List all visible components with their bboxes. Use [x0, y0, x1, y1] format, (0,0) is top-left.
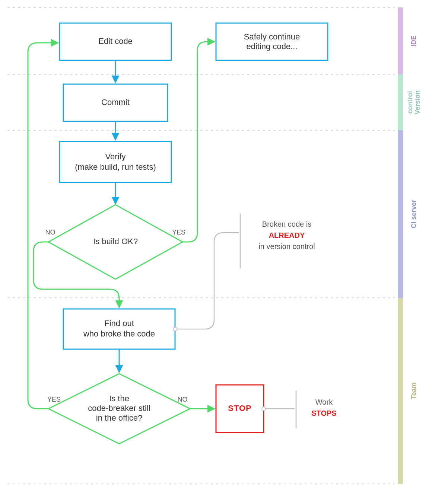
- note-broken-l2: ALREADY: [269, 231, 305, 239]
- node-safely-continue: Safely continue editing code...: [216, 23, 328, 60]
- lane-label-ci: CI server: [410, 200, 417, 228]
- decision-in-office-l3: in the office?: [96, 413, 142, 422]
- node-verify-l2: (make build, run tests): [75, 162, 156, 172]
- label-office-yes: YES: [47, 396, 61, 403]
- svg-rect-5: [398, 7, 403, 74]
- svg-point-15: [173, 327, 177, 331]
- annotation-connector-broken: [175, 233, 238, 329]
- label-office-no: NO: [178, 396, 188, 403]
- node-safely-continue-l1: Safely continue: [244, 32, 300, 41]
- node-edit-code: Edit code: [60, 23, 171, 60]
- node-edit-code-label: Edit code: [98, 36, 133, 46]
- note-work-l1: Work: [315, 398, 333, 406]
- decision-build-ok-label: Is build OK?: [93, 237, 138, 246]
- note-broken-code: Broken code is ALREADY in version contro…: [258, 220, 315, 251]
- decision-in-office-l1: Is the: [109, 394, 129, 403]
- node-stop-label: STOP: [228, 403, 252, 413]
- node-find-breaker-l2: who broke the code: [83, 329, 155, 338]
- svg-rect-7: [398, 130, 403, 298]
- note-work-stops: Work STOPS: [311, 398, 336, 417]
- lane-bar-ci: CI server: [398, 130, 417, 298]
- svg-rect-6: [398, 74, 403, 130]
- node-find-breaker: Find out who broke the code: [63, 309, 177, 349]
- lane-bar-vcs: Version control: [398, 74, 421, 130]
- svg-rect-8: [398, 298, 403, 484]
- lane-label-vcs-2: control: [406, 91, 414, 114]
- decision-build-ok: Is build OK?: [48, 205, 182, 279]
- node-commit: Commit: [63, 84, 168, 121]
- node-find-breaker-l1: Find out: [104, 319, 134, 328]
- label-buildok-no: NO: [45, 229, 55, 236]
- arrow-office-yes: [28, 43, 58, 409]
- lane-label-ide: IDE: [410, 35, 417, 47]
- node-verify: Verify (make build, run tests): [60, 141, 171, 182]
- node-safely-continue-l2: editing code...: [247, 42, 298, 51]
- label-buildok-yes: YES: [172, 229, 185, 236]
- decision-in-office: Is the code-breaker still in the office?: [48, 374, 190, 444]
- lane-label-vcs-1: Version: [414, 90, 421, 114]
- note-work-l2: STOPS: [311, 409, 336, 417]
- lane-label-team: Team: [410, 382, 417, 399]
- lane-bar-ide: IDE: [398, 7, 417, 74]
- arrow-buildok-yes: [182, 42, 215, 242]
- node-stop: STOP: [216, 385, 266, 433]
- svg-point-18: [262, 407, 266, 411]
- decision-in-office-l2: code-breaker still: [88, 403, 150, 413]
- lane-bar-team: Team: [398, 298, 417, 484]
- node-verify-l1: Verify: [105, 152, 126, 161]
- note-broken-l1: Broken code is: [262, 220, 311, 228]
- note-broken-l3: in version control: [258, 242, 315, 251]
- node-commit-label: Commit: [101, 98, 130, 107]
